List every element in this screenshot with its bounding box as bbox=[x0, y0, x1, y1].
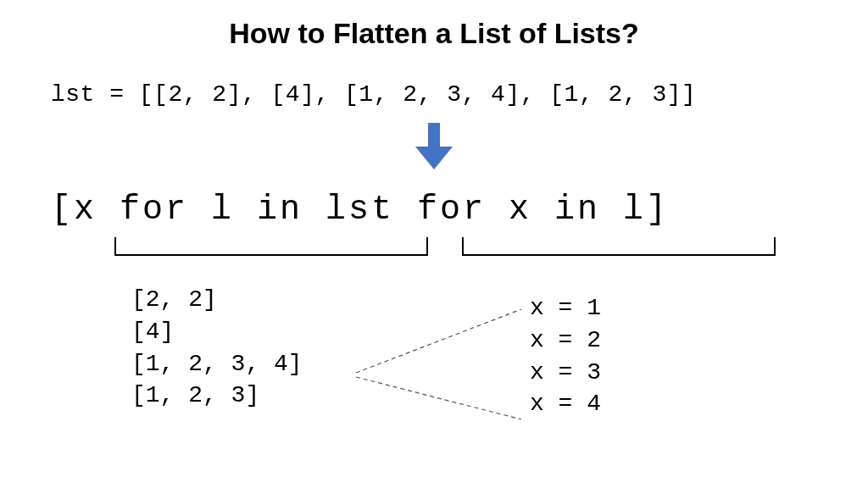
page-title: How to Flatten a List of Lists? bbox=[0, 17, 868, 50]
svg-line-0 bbox=[356, 309, 521, 373]
code-lst-definition: lst = [[2, 2], [4], [1, 2, 3, 4], [1, 2,… bbox=[51, 81, 696, 108]
bracket-inner-loop bbox=[462, 237, 776, 256]
outer-loop-values: [2, 2] [4] [1, 2, 3, 4] [1, 2, 3] bbox=[131, 284, 303, 412]
arrow-down-icon bbox=[415, 123, 453, 169]
inner-loop-values: x = 1 x = 2 x = 3 x = 4 bbox=[530, 292, 601, 420]
svg-line-1 bbox=[356, 377, 521, 419]
connector-dashes bbox=[326, 280, 530, 432]
code-comprehension: [x for l in lst for x in l] bbox=[51, 191, 669, 229]
bracket-outer-loop bbox=[114, 237, 428, 256]
